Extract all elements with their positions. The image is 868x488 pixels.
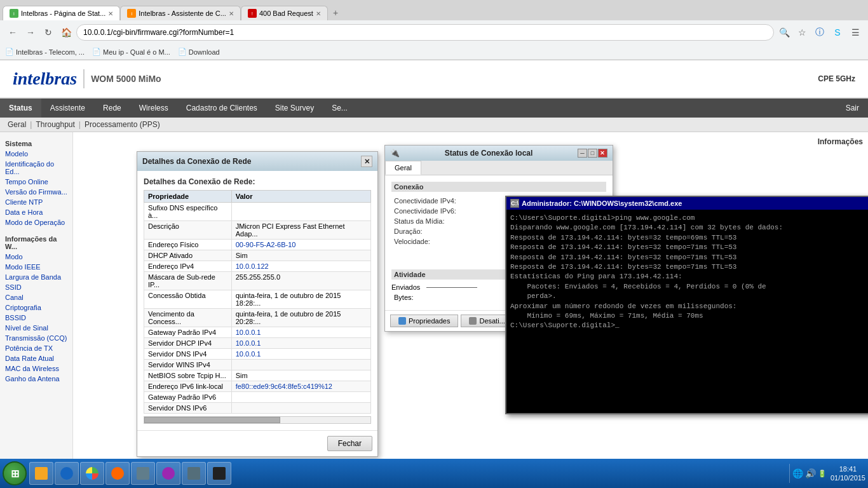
- taskbar-apps: [29, 462, 787, 485]
- sidebar-item-data[interactable]: Data e Hora: [0, 207, 72, 217]
- sidebar-item-ntp[interactable]: Cliente NTP: [0, 197, 72, 207]
- sidebar-item-bssid[interactable]: BSSID: [0, 313, 72, 323]
- star-icon-button[interactable]: ☆: [794, 25, 810, 40]
- nav-site-survey[interactable]: Site Survey: [266, 98, 323, 118]
- skype-icon-button[interactable]: S: [830, 25, 845, 40]
- tab-favicon-2: i: [127, 9, 136, 18]
- battery-systray-icon: 🔋: [818, 470, 827, 478]
- network-table: Propriedade Valor Sufixo DNS específico …: [144, 190, 371, 414]
- address-bar[interactable]: [76, 24, 774, 41]
- bookmark-icon-3: 📄: [178, 48, 187, 56]
- sidebar-item-nivel-sinal[interactable]: Nível de Sinal: [0, 323, 72, 333]
- settings-icon: [137, 467, 149, 480]
- sidebar-item-largura[interactable]: Largura de Banda: [0, 272, 72, 282]
- dialog-status-winbtns: ─ □ ✕: [578, 149, 607, 158]
- taskbar-app-chrome[interactable]: [80, 462, 104, 485]
- tab-close-3[interactable]: ✕: [316, 10, 321, 17]
- tab-geral[interactable]: Geral: [385, 161, 421, 175]
- cmd-body[interactable]: C:\Users\Suporte.digital>ping www.google…: [506, 210, 868, 413]
- bookmark-label-1: Intelbras - Telecom, ...: [16, 48, 85, 56]
- taskbar-app-ie[interactable]: [55, 462, 79, 485]
- nav-assistente[interactable]: Assistente: [41, 98, 94, 118]
- start-button[interactable]: ⊞: [3, 461, 27, 485]
- browser-toolbar: ← → ↻ 🏠 🔍 ☆ ⓘ S ☰: [0, 20, 868, 44]
- dialog-status-titlebar[interactable]: 🔌 Status de Conexão local ─ □ ✕: [385, 146, 613, 161]
- sidebar-item-canal[interactable]: Canal: [0, 292, 72, 302]
- systray-time-value: 18:41: [831, 464, 865, 473]
- dialog-status-close[interactable]: ✕: [598, 149, 607, 158]
- fechar-button[interactable]: Fechar: [327, 436, 372, 451]
- taskbar-app-firefox[interactable]: [105, 462, 130, 485]
- nav-status[interactable]: Status: [0, 98, 41, 118]
- taskbar-app-settings[interactable]: [131, 462, 155, 485]
- logo-divider: [83, 69, 85, 88]
- nav-sair[interactable]: Sair: [837, 98, 868, 118]
- forward-button[interactable]: →: [23, 25, 38, 40]
- taskbar-app-headphones[interactable]: [156, 462, 180, 485]
- sub-nav-processamento[interactable]: Processamento (PPS): [85, 120, 160, 129]
- sidebar-item-tempo[interactable]: Tempo Online: [0, 177, 72, 187]
- cmd-titlebar[interactable]: C:\ Administrador: C:\WINDOWS\system32\c…: [506, 197, 868, 210]
- sidebar-item-data-rate[interactable]: Data Rate Atual: [0, 353, 72, 363]
- main-area: Informações Detalhes da Conexão de Rede …: [73, 132, 868, 459]
- nav-rede[interactable]: Rede: [94, 98, 130, 118]
- tab-favicon-3: !: [248, 9, 257, 18]
- sidebar-item-transmissao[interactable]: Transmissão (CCQ): [0, 333, 72, 343]
- sidebar-item-ganho[interactable]: Ganho da Antena: [0, 374, 72, 384]
- taskbar-app-keyboard[interactable]: [182, 462, 206, 485]
- sub-nav-geral[interactable]: Geral: [8, 120, 26, 129]
- sidebar-item-mac[interactable]: MAC da Wireless: [0, 363, 72, 374]
- taskbar-app-terminal[interactable]: [207, 462, 231, 485]
- reload-button[interactable]: ↻: [41, 25, 56, 40]
- status-tabs: Geral: [385, 161, 613, 175]
- systray-date-value: 01/10/2015: [831, 473, 865, 482]
- sidebar-item-modo-op[interactable]: Modo de Operação: [0, 217, 72, 227]
- back-button[interactable]: ←: [5, 25, 20, 40]
- nav-cadastro[interactable]: Cadastro de Clientes: [177, 98, 266, 118]
- sidebar-title-sistema: Sistema: [0, 137, 72, 149]
- logo-text: intelbras: [13, 69, 77, 89]
- bookmark-label-3: Download: [189, 48, 220, 56]
- status-ipv4-label: Conectividade IPv4:: [394, 197, 456, 205]
- tab-1[interactable]: i Intelbras - Página de Stat... ✕: [3, 6, 120, 20]
- menu-icon-button[interactable]: ☰: [848, 25, 863, 40]
- dialog-status-minimize[interactable]: ─: [578, 149, 587, 158]
- propriedades-button[interactable]: Propriedades: [390, 315, 458, 327]
- bookmark-2[interactable]: 📄 Meu ip - Qual é o M...: [92, 48, 170, 56]
- systray-icons: 🌐 🔊 🔋: [792, 468, 827, 478]
- dialog-status-maximize[interactable]: □: [588, 149, 597, 158]
- home-button[interactable]: 🏠: [58, 25, 74, 40]
- sidebar-item-modo-ieee[interactable]: Modo IEEE: [0, 262, 72, 272]
- dialog-network-titlebar[interactable]: Detalhes da Conexão de Rede ✕: [137, 152, 377, 171]
- bookmark-3[interactable]: 📄 Download: [178, 48, 220, 56]
- tab-3[interactable]: ! 400 Bad Request ✕: [241, 6, 328, 20]
- sidebar-item-identificacao[interactable]: Identificação do Ed...: [0, 159, 72, 177]
- dialog-network-content: Detalhes da Conexão de Rede: Propriedade…: [137, 171, 377, 430]
- taskbar-app-filemanager-icon: [35, 467, 48, 480]
- sidebar-item-versao[interactable]: Versão do Firmwa...: [0, 187, 72, 197]
- nav-se[interactable]: Se...: [323, 98, 356, 118]
- info-icon-button[interactable]: ⓘ: [812, 25, 827, 40]
- sidebar-item-potencia[interactable]: Potência de TX: [0, 343, 72, 353]
- tab-close-1[interactable]: ✕: [108, 10, 113, 17]
- tab-close-2[interactable]: ✕: [229, 10, 234, 17]
- tab-2[interactable]: i Intelbras - Assistente de C... ✕: [120, 6, 241, 20]
- dialog-network-close[interactable]: ✕: [361, 156, 372, 167]
- systray-clock[interactable]: 18:41 01/10/2015: [831, 464, 865, 483]
- sidebar-item-ssid[interactable]: SSID: [0, 282, 72, 292]
- bookmark-1[interactable]: 📄 Intelbras - Telecom, ...: [5, 48, 85, 56]
- start-icon: ⊞: [11, 468, 19, 480]
- taskbar-app-filemanager[interactable]: [29, 462, 53, 485]
- nav-wireless[interactable]: Wireless: [130, 98, 177, 118]
- bookmark-label-2: Meu ip - Qual é o M...: [103, 48, 170, 56]
- sub-nav-throughput[interactable]: Throughput: [36, 120, 74, 129]
- cmd-title-left: C:\ Administrador: C:\WINDOWS\system32\c…: [510, 199, 682, 208]
- sidebar-title-wireless: Informações da W...: [0, 233, 72, 252]
- new-tab-button[interactable]: +: [328, 5, 343, 20]
- sidebar-section-sistema: Sistema Modelo Identificação do Ed... Te…: [0, 137, 72, 227]
- search-icon-button[interactable]: 🔍: [776, 25, 792, 40]
- sidebar-item-modelo[interactable]: Modelo: [0, 149, 72, 159]
- table-scrollbar[interactable]: [144, 416, 371, 424]
- sidebar-item-criptografia[interactable]: Criptografia: [0, 302, 72, 313]
- sidebar-item-modo[interactable]: Modo: [0, 252, 72, 262]
